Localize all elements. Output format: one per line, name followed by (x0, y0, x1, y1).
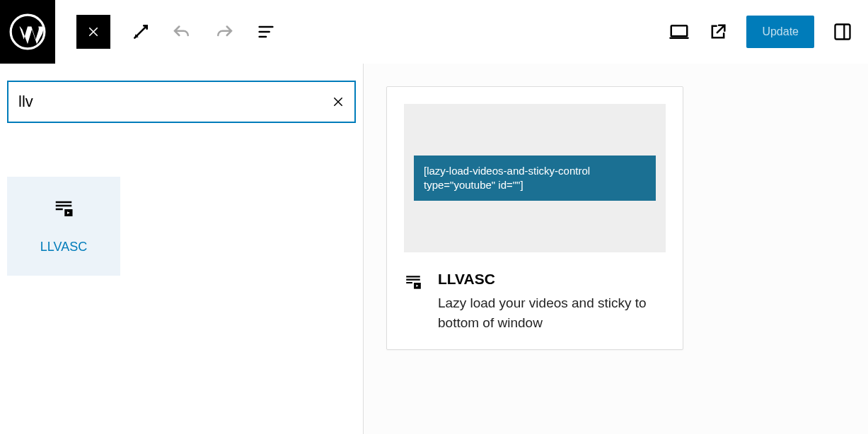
editor-toolbar: Update (0, 0, 868, 64)
update-button[interactable]: Update (746, 16, 814, 48)
block-search-box (7, 81, 356, 123)
block-search-input[interactable] (18, 93, 332, 111)
editor-main: LLVASC [lazy-load-videos-and-sticky-cont… (0, 64, 868, 434)
block-preview-card: [lazy-load-videos-and-sticky-control typ… (386, 86, 683, 350)
llvasc-block-icon (53, 199, 74, 223)
block-preview-visual: [lazy-load-videos-and-sticky-control typ… (404, 104, 666, 252)
close-inserter-button[interactable] (76, 15, 110, 49)
block-preview-title: LLVASC (438, 271, 666, 288)
toolbar-left-group (55, 15, 276, 49)
device-preview-icon[interactable] (669, 21, 690, 42)
undo-icon (171, 21, 192, 42)
svg-rect-1 (671, 25, 688, 36)
block-preview-description: LLVASC Lazy load your videos and sticky … (404, 271, 666, 332)
toolbar-right-group: Update (669, 16, 868, 48)
editor-canvas: [lazy-load-videos-and-sticky-control typ… (364, 64, 868, 434)
llvasc-preview-icon (404, 271, 422, 332)
shortcode-preview: [lazy-load-videos-and-sticky-control typ… (414, 156, 656, 201)
block-preview-text: Lazy load your videos and sticky to bott… (438, 293, 666, 332)
block-inserter-panel: LLVASC (0, 64, 364, 434)
external-link-icon[interactable] (708, 22, 728, 42)
svg-rect-2 (835, 25, 850, 40)
tools-icon[interactable] (132, 23, 150, 41)
clear-search-button[interactable] (332, 95, 345, 108)
document-overview-icon[interactable] (256, 22, 276, 42)
settings-sidebar-icon[interactable] (833, 22, 852, 42)
redo-icon (214, 21, 235, 42)
block-result-llvasc[interactable]: LLVASC (7, 177, 120, 276)
wordpress-logo[interactable] (0, 0, 55, 64)
block-result-label: LLVASC (40, 240, 87, 254)
